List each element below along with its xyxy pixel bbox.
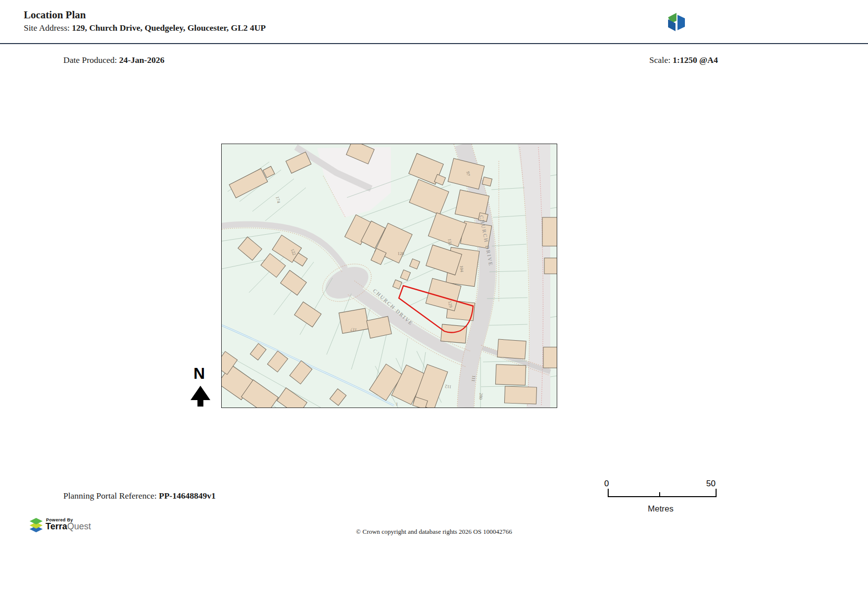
copyright-notice: © Crown copyright and database rights 20… [0, 528, 868, 536]
house-number-133: 133 [447, 238, 453, 246]
scalebar-units: Metres [638, 504, 683, 514]
scale-value: 1:1250 @A4 [673, 55, 718, 65]
planning-portal-reference: Planning Portal Reference: PP-14648849v1 [63, 491, 216, 501]
scale-label: Scale: [649, 55, 673, 65]
map-canvas: CHURCH DRIVE CHURCH DRIVE 174 122 128 13… [222, 144, 557, 408]
scale-text: Scale: 1:1250 @A4 [649, 55, 718, 65]
date-produced: Date Produced: 24-Jan-2026 [63, 55, 164, 65]
house-number-104: 104 [459, 265, 464, 273]
page-title: Location Plan [24, 9, 86, 21]
house-number-1: 1 [396, 402, 398, 407]
scalebar-tick-left [608, 489, 609, 497]
house-number-280: 280 [478, 393, 483, 400]
date-produced-label: Date Produced: [63, 55, 119, 65]
scalebar-tick-mid [659, 492, 660, 497]
date-produced-value: 24-Jan-2026 [119, 55, 164, 65]
north-label: N [193, 364, 205, 383]
site-address-value: 129, Church Drive, Quedgeley, Gloucester… [72, 23, 266, 33]
scalebar-start: 0 [604, 479, 609, 489]
house-number-128: 128 [397, 251, 404, 256]
house-number-112: 112 [444, 384, 451, 390]
scalebar-tick-right [716, 489, 717, 497]
planning-portal-logo: PlanningPortal [663, 11, 868, 36]
location-plan-page: Location Plan Site Address: 129, Church … [0, 0, 868, 614]
house-number-117: 117 [350, 327, 357, 333]
reference-value: PP-14648849v1 [159, 491, 216, 501]
north-arrow-icon [190, 386, 211, 407]
house-number-97: 97 [466, 171, 471, 176]
planning-portal-logo-icon [663, 11, 687, 35]
map-frame: CHURCH DRIVE CHURCH DRIVE 174 122 128 13… [221, 144, 557, 408]
reference-label: Planning Portal Reference: [63, 491, 159, 501]
header-divider [0, 43, 868, 44]
site-address-label: Site Address: [24, 23, 72, 33]
house-number-111: 111 [471, 375, 476, 382]
site-address: Site Address: 129, Church Drive, Quedgel… [24, 23, 266, 33]
scalebar-line [608, 496, 717, 497]
scalebar-end: 50 [706, 479, 716, 489]
